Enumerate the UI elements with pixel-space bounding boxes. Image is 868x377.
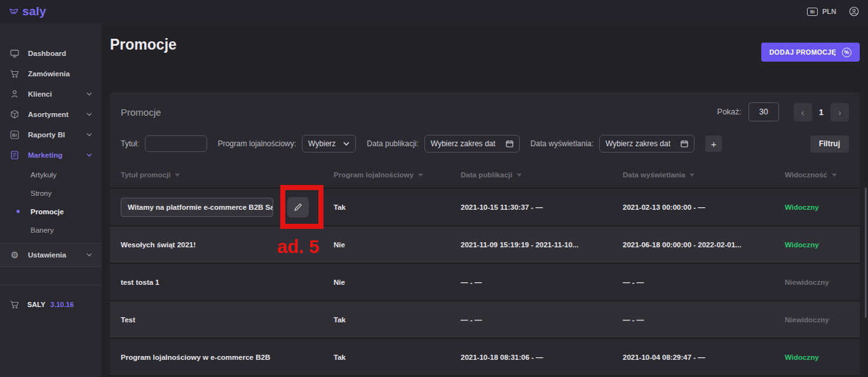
filter-bar: Tytuł: Program lojalnościowy: Wybierz Da… [110, 132, 860, 162]
sidebar-item-label: Zamówienia [28, 70, 70, 78]
display-date-picker[interactable]: Wybierz zakres dat [599, 135, 695, 153]
column-header-loyalty[interactable]: Program lojalnościowy [334, 171, 461, 179]
svg-text:Bi: Bi [12, 132, 17, 138]
title-filter-label: Tytuł: [121, 139, 139, 148]
promotions-panel: Promocje Pokaż: ‹ 1 › Tytuł: Program loj… [110, 92, 860, 377]
sidebar-item-dashboard[interactable]: Dashboard [0, 43, 102, 64]
bi-report-icon: Bi [10, 130, 20, 140]
display-cell: 2021-10-04 08:29:47 - — [623, 353, 785, 361]
visibility-badge: Widoczny [785, 241, 849, 249]
pagination: Pokaż: ‹ 1 › [717, 102, 849, 121]
marketing-doc-icon [10, 150, 20, 160]
add-promotion-button[interactable]: DODAJ PROMOCJĘ % [761, 43, 860, 62]
monitor-icon [10, 48, 20, 58]
add-promotion-label: DODAJ PROMOCJĘ [770, 48, 836, 56]
column-header-display[interactable]: Data wyświetlania [623, 171, 785, 179]
panel-header: Promocje Pokaż: ‹ 1 › [110, 92, 860, 132]
sidebar-item-asortyment[interactable]: Asortyment [0, 104, 102, 125]
app-version: 3.10.16 [50, 301, 74, 308]
column-header-title[interactable]: Tytuł promocji [121, 171, 334, 179]
promotion-title-editbox[interactable]: Witamy na platformie e-commerce B2B Saly… [121, 198, 273, 217]
column-header-publication[interactable]: Data publikacji [461, 171, 623, 179]
sidebar-subitem-label: Strony [31, 189, 51, 197]
chevron-down-icon [86, 253, 92, 257]
next-page-button[interactable]: › [831, 103, 849, 121]
chevron-down-icon [86, 113, 92, 116]
visibility-badge: Widoczny [785, 353, 849, 361]
sidebar-subitem-promocje[interactable]: Promocje [0, 202, 102, 221]
chevron-down-icon [86, 92, 92, 96]
sidebar-item-raporty-bi[interactable]: Bi Raporty BI [0, 125, 102, 145]
display-cell: — - — [623, 316, 785, 324]
scrollbar-thumb[interactable] [865, 188, 867, 318]
sidebar-item-zamowienia[interactable]: Zamówienia [0, 64, 102, 84]
current-page: 1 [819, 107, 824, 117]
publication-date-picker[interactable]: Wybierz zakres dat [424, 135, 520, 153]
promotion-title: Test [121, 316, 334, 324]
display-cell: 2021-02-13 00:00:00 - — [623, 203, 785, 211]
app-logo[interactable]: saly [9, 4, 46, 18]
sidebar-item-label: Klienci [28, 90, 52, 98]
column-header-visibility[interactable]: Widoczność [785, 171, 849, 179]
active-dot [17, 210, 20, 213]
sidebar-subitem-strony[interactable]: Strony [0, 184, 102, 202]
loyalty-filter-label: Program lojalnościowy: [218, 139, 296, 148]
percent-icon: % [842, 48, 851, 57]
loyalty-cell: Nie [334, 278, 461, 286]
sidebar-item-klienci[interactable]: Klienci [0, 84, 102, 104]
publication-cell: — - — [461, 278, 623, 286]
display-filter-label: Data wyświetlania: [531, 139, 593, 148]
add-filter-button[interactable]: + [705, 135, 722, 152]
promotion-title: Witamy na platformie e-commerce B2B Saly… [128, 203, 273, 211]
promotion-title: test tosta 1 [121, 278, 334, 286]
loyalty-filter-value: Wybierz [308, 139, 336, 148]
currency-selector[interactable]: Bi PLN [807, 8, 836, 16]
title-filter-input[interactable] [145, 135, 207, 152]
sidebar-item-ustawienia[interactable]: ⚙ Ustawienia [0, 243, 102, 267]
publication-cell: — - — [461, 316, 623, 324]
loyalty-filter-select[interactable]: Wybierz [302, 135, 356, 153]
sidebar-subitem-banery[interactable]: Banery [0, 221, 102, 239]
loyalty-cell: Nie [334, 241, 461, 249]
sidebar-subitem-artykuly[interactable]: Artykuły [0, 165, 102, 184]
topbar: saly Bi PLN [0, 0, 868, 23]
sidebar-item-label: Raporty BI [28, 131, 65, 139]
table-row[interactable]: Test Tak — - — — - — Niewidoczny [110, 300, 860, 338]
chevron-down-icon [343, 142, 349, 146]
loyalty-cell: Tak [334, 203, 461, 211]
visibility-badge: Niewidoczny [785, 278, 849, 286]
table-row[interactable]: Witamy na platformie e-commerce B2B Saly… [110, 188, 860, 225]
sidebar-item-label: Ustawienia [28, 251, 66, 259]
table-row[interactable]: test tosta 1 Nie — - — — - — Niewidoczny [110, 263, 860, 300]
sidebar-item-marketing[interactable]: Marketing [0, 145, 102, 165]
user-account-icon[interactable] [849, 6, 859, 17]
sidebar-subitem-label: Artykuły [31, 171, 57, 179]
cart-logo-icon [9, 6, 19, 17]
cart-icon [10, 299, 20, 310]
sort-filter-icon [517, 174, 522, 177]
show-label: Pokaż: [717, 107, 742, 116]
cart-icon [10, 69, 20, 79]
page-title: Promocje [110, 36, 177, 53]
table-header-row: Tytuł promocji Program lojalnościowy Dat… [110, 162, 860, 188]
publication-date-value: Wybierz zakres dat [431, 139, 496, 148]
logo-text: saly [22, 4, 46, 18]
edit-promotion-button[interactable] [287, 197, 309, 217]
sort-filter-icon [832, 174, 837, 177]
chevron-down-icon [86, 153, 92, 157]
prev-page-button[interactable]: ‹ [794, 103, 812, 121]
publication-filter-label: Data publikacji: [367, 139, 418, 148]
gear-icon: ⚙ [10, 250, 20, 260]
table-row[interactable]: Wesołych świąt 2021! Nie 2021-11-09 15:1… [110, 225, 860, 263]
currency-icon: Bi [807, 8, 818, 16]
app-name: SALY [27, 301, 45, 308]
filter-submit-button[interactable]: Filtruj [810, 135, 849, 153]
promotion-title: Wesołych świąt 2021! [121, 241, 334, 249]
sidebar-item-label: Asortyment [28, 111, 69, 118]
sidebar-footer: SALY 3.10.16 [0, 285, 102, 310]
table-row[interactable]: Program lojalnościowy w e-commerce B2B T… [110, 338, 860, 375]
sort-filter-icon [418, 174, 423, 177]
person-icon [10, 89, 20, 99]
sidebar: Dashboard Zamówienia Klienci Asortyment [0, 23, 102, 377]
page-size-input[interactable] [749, 102, 779, 121]
